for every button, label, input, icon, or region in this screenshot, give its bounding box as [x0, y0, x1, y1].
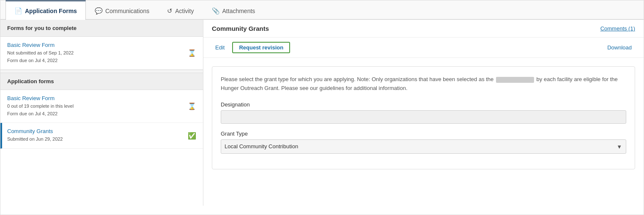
- basic-review-form-link-2[interactable]: Basic Review Form: [7, 95, 55, 101]
- info-text-part1: Please select the grant type for which y…: [221, 76, 493, 82]
- form-meta-line2: Form due on Jul 4, 2022: [7, 110, 74, 118]
- section1-header: Forms for you to complete: [0, 20, 203, 37]
- form-item-content: Basic Review Form 0 out of 19 complete i…: [7, 95, 74, 117]
- communications-icon: 💬: [95, 7, 103, 15]
- request-revision-button[interactable]: Request revision: [232, 42, 290, 53]
- attachments-icon: 📎: [212, 7, 220, 15]
- edit-button[interactable]: Edit: [212, 43, 228, 52]
- form-meta-line1: Submitted on Jun 29, 2022: [7, 136, 63, 143]
- form-item-meta-2: 0 out of 19 complete in this level Form …: [7, 103, 74, 117]
- tab-communications-label: Communications: [105, 8, 149, 14]
- right-panel-actions: Edit Request revision Download: [203, 38, 644, 58]
- basic-review-form-link-1[interactable]: Basic Review Form: [7, 42, 55, 48]
- section2-header: Application forms: [0, 73, 203, 90]
- hourglass-red-icon: ⌛: [188, 49, 196, 57]
- tab-attachments-label: Attachments: [222, 8, 255, 14]
- download-button[interactable]: Download: [604, 43, 635, 52]
- grant-type-field-group: Grant Type Local Community Contribution …: [221, 131, 626, 154]
- form-content-area: Please select the grant type for which y…: [203, 58, 644, 178]
- check-circle-icon: ✅: [188, 132, 196, 140]
- section-divider: [0, 70, 203, 73]
- tab-application-forms[interactable]: 📄 Application Forms: [5, 0, 86, 20]
- form-meta-line1: Not submitted as of Sep 1, 2022: [7, 49, 74, 57]
- activity-icon: ↺: [167, 7, 173, 15]
- form-item-content: Basic Review Form Not submitted as of Se…: [7, 42, 74, 64]
- section2-header-text: Application forms: [7, 78, 54, 84]
- hourglass-orange-icon: ⌛: [188, 102, 196, 110]
- comments-link[interactable]: Comments (1): [600, 25, 635, 32]
- tab-application-forms-label: Application Forms: [25, 8, 77, 14]
- tab-activity-label: Activity: [175, 8, 194, 14]
- tab-communications[interactable]: 💬 Communications: [86, 1, 158, 20]
- blurred-content: [496, 77, 534, 83]
- application-forms-icon: 📄: [14, 7, 22, 15]
- info-text: Please select the grant type for which y…: [221, 75, 626, 93]
- grant-type-label: Grant Type: [221, 131, 626, 137]
- grant-type-select[interactable]: Local Community Contribution Hunger Outr…: [221, 139, 626, 154]
- designation-field-group: Designation: [221, 101, 626, 124]
- left-panel: Forms for you to complete Basic Review F…: [0, 20, 203, 206]
- tab-activity[interactable]: ↺ Activity: [158, 1, 203, 20]
- form-meta-line1: 0 out of 19 complete in this level: [7, 103, 74, 110]
- form-item-content: Community Grants Submitted on Jun 29, 20…: [7, 128, 63, 143]
- section1-header-text: Forms for you to complete: [7, 25, 77, 31]
- right-panel-header: Community Grants Comments (1): [203, 20, 644, 38]
- right-panel-title: Community Grants: [212, 25, 269, 32]
- designation-label: Designation: [221, 101, 626, 108]
- form-item-meta-3: Submitted on Jun 29, 2022: [7, 136, 63, 143]
- form-item-meta-1: Not submitted as of Sep 1, 2022 Form due…: [7, 49, 74, 64]
- form-content-inner: Please select the grant type for which y…: [212, 66, 635, 169]
- designation-input[interactable]: [221, 110, 626, 124]
- tab-attachments[interactable]: 📎 Attachments: [203, 1, 264, 20]
- list-item: Basic Review Form Not submitted as of Se…: [0, 37, 203, 70]
- list-item: Community Grants Submitted on Jun 29, 20…: [0, 123, 203, 149]
- main-layout: Forms for you to complete Basic Review F…: [0, 20, 644, 206]
- right-panel: Community Grants Comments (1) Edit Reque…: [203, 20, 644, 206]
- grant-type-select-wrapper: Local Community Contribution Hunger Outr…: [221, 139, 626, 154]
- list-item: Basic Review Form 0 out of 19 complete i…: [0, 90, 203, 123]
- action-buttons: Edit Request revision: [212, 42, 290, 53]
- tabs-bar: 📄 Application Forms 💬 Communications ↺ A…: [0, 0, 644, 20]
- community-grants-link[interactable]: Community Grants: [7, 128, 53, 134]
- form-meta-line2: Form due on Jul 4, 2022: [7, 57, 74, 65]
